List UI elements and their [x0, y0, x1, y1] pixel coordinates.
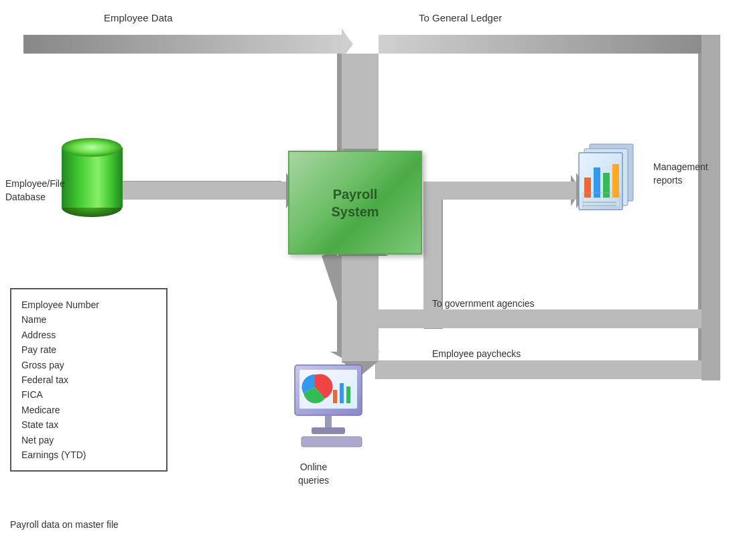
payroll-system-text: Payroll System — [331, 186, 379, 220]
master-file-label: Payroll data on master file — [10, 519, 119, 530]
reports-svg — [578, 141, 645, 214]
arrow-end-govt — [697, 309, 710, 312]
data-item-9: Net pay — [21, 433, 156, 447]
arrow-emp-data — [27, 29, 353, 59]
data-item-4: Gross pay — [21, 358, 156, 372]
arrow-gen-ledger — [379, 35, 720, 54]
arrow-top-to-payroll — [330, 54, 380, 164]
computer-svg — [291, 362, 372, 456]
reports-label: Management reports — [653, 161, 708, 187]
data-item-7: Medicare — [21, 403, 156, 417]
bottom-right-connector — [375, 309, 700, 328]
svg-rect-13 — [603, 173, 610, 198]
database-cylinder — [60, 137, 124, 220]
data-item-8: State tax — [21, 417, 156, 432]
payroll-system-box: Payroll System — [288, 151, 422, 255]
paychecks-label: Employee paychecks — [432, 348, 521, 359]
arrow-payroll-to-computer — [322, 242, 389, 355]
cylinder-svg — [60, 137, 124, 218]
svg-rect-23 — [346, 387, 350, 403]
data-item-6: FICA — [21, 387, 156, 402]
right-vertical-bar — [698, 35, 717, 378]
right-vert-bar — [701, 35, 720, 380]
data-item-0: Employee Number — [21, 297, 156, 312]
govt-agencies-label: To government agencies — [432, 298, 535, 309]
bar-payroll-reports — [423, 182, 578, 200]
data-item-10: Earnings (YTD) — [21, 447, 156, 462]
arrow-down-to-computer — [330, 256, 380, 365]
employee-data-label: Employee Data — [104, 12, 173, 23]
svg-rect-21 — [333, 390, 337, 403]
reports-icon-container — [578, 141, 645, 217]
data-box: Employee Number Name Address Pay rate Gr… — [10, 288, 168, 472]
arrow-employee-data-shape — [23, 28, 352, 60]
diagram-container: Employee Data To General Ledger Payroll … — [0, 0, 737, 560]
bar-db-payroll — [102, 182, 288, 200]
vert-payroll-to-computer — [342, 256, 379, 363]
bar-paychecks — [376, 360, 701, 379]
data-item-5: Federal tax — [21, 372, 156, 387]
svg-rect-25 — [312, 427, 345, 434]
svg-rect-22 — [340, 383, 344, 403]
general-ledger-label: To General Ledger — [419, 12, 502, 23]
svg-rect-14 — [612, 164, 619, 198]
arrow-payroll-to-reports — [424, 175, 581, 206]
data-item-1: Name — [21, 312, 156, 327]
main-arrows-svg — [0, 0, 737, 560]
svg-rect-11 — [584, 178, 591, 198]
vert-top-to-payroll — [342, 54, 379, 151]
data-item-2: Address — [21, 328, 156, 342]
data-item-3: Pay rate — [21, 342, 156, 357]
arrow-end-paychecks — [697, 360, 710, 363]
bar-govt — [376, 309, 701, 328]
svg-rect-26 — [302, 437, 362, 447]
paycheck-connector — [375, 360, 700, 379]
arrow-left-db — [97, 181, 288, 200]
db-label: Employee/File Database — [5, 178, 65, 204]
svg-rect-24 — [325, 415, 332, 429]
svg-point-7 — [62, 138, 122, 157]
online-queries-label: Online queries — [298, 461, 329, 487]
arrows-svg — [0, 0, 737, 560]
computer-icon-container — [291, 362, 372, 458]
arrow-general-ledger-shape — [379, 35, 717, 54]
